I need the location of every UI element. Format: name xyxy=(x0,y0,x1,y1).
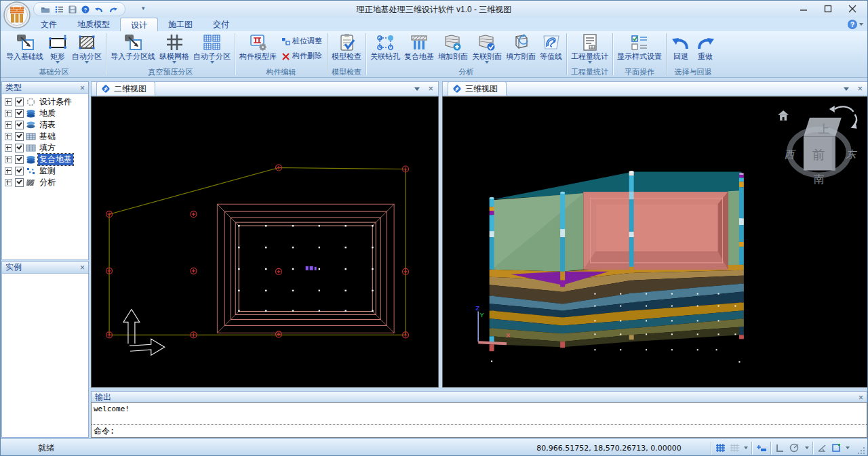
import-sub-partition-line-button[interactable]: 导入子分区线 xyxy=(108,32,157,60)
auto-sub-partition-button[interactable]: 自动子分区 xyxy=(191,32,233,64)
snap-grid-icon[interactable] xyxy=(715,443,726,453)
view-3d-close-icon[interactable] xyxy=(857,85,863,92)
expand-icon[interactable] xyxy=(5,98,12,106)
button-label: 复合地基 xyxy=(404,52,434,60)
view-3d-menu-icon[interactable] xyxy=(844,87,849,91)
fill-section-button[interactable]: 填方剖面 xyxy=(504,32,538,60)
help-qat-icon[interactable]: ? xyxy=(81,5,90,14)
component-delete-button[interactable]: 构件删除 xyxy=(281,51,322,61)
link-section-button[interactable]: 关联剖面 xyxy=(470,32,504,64)
expand-icon[interactable] xyxy=(5,167,12,175)
checkbox-checked[interactable] xyxy=(15,132,24,141)
tree-item-label: 分析 xyxy=(38,177,57,188)
component-library-button[interactable]: 构件模型库 xyxy=(237,32,279,60)
display-style-settings-button[interactable]: 显示样式设置 xyxy=(615,32,664,60)
object-snap-icon[interactable] xyxy=(756,443,767,453)
redo-button[interactable]: 重做 xyxy=(693,32,717,60)
help-dropdown-icon[interactable] xyxy=(859,23,863,26)
expand-icon[interactable] xyxy=(5,110,12,117)
open-folder-icon[interactable] xyxy=(41,5,50,14)
import-foundation-line-button[interactable]: 导入基础线 xyxy=(4,32,45,60)
ribbon-group-analysis: 关联钻孔 复合地基 xyxy=(367,31,566,77)
tree-item-monitoring[interactable]: 监测 xyxy=(5,165,88,177)
tab-file[interactable]: 文件 xyxy=(31,18,67,31)
model-check-icon xyxy=(336,33,357,52)
tab-geology-model[interactable]: 地质模型 xyxy=(67,18,120,31)
checkbox-checked[interactable] xyxy=(15,98,24,106)
tree-item-label: 基础 xyxy=(38,131,57,142)
qat-customize-icon[interactable]: ▾ xyxy=(142,5,145,12)
button-label: 关联剖面 xyxy=(472,52,502,60)
help-button[interactable] xyxy=(848,20,857,29)
expand-icon[interactable] xyxy=(5,121,12,129)
polar-options-arrow-icon[interactable] xyxy=(805,447,809,449)
tree-item-composite-foundation[interactable]: 复合地基 xyxy=(5,154,88,165)
checkbox-checked[interactable] xyxy=(15,144,24,152)
composite-foundation-button[interactable]: 复合地基 xyxy=(402,32,436,60)
type-panel-close-icon[interactable] xyxy=(80,84,85,92)
undo-button[interactable]: 回退 xyxy=(669,32,693,60)
minimize-button[interactable] xyxy=(791,1,816,16)
checkbox-checked[interactable] xyxy=(15,167,24,175)
view-2d-tab[interactable]: 二维视图 xyxy=(96,81,155,96)
options-list-icon[interactable] xyxy=(55,5,64,14)
button-label: 桩位调整 xyxy=(292,36,322,46)
resize-grip[interactable] xyxy=(856,446,866,455)
close-button[interactable] xyxy=(840,1,865,16)
tree-item-fill[interactable]: 填方 xyxy=(5,142,88,154)
canvas-2d[interactable] xyxy=(91,96,439,388)
view-3d-tabbar: 三维视图 xyxy=(442,81,868,96)
expand-icon[interactable] xyxy=(5,179,12,186)
expand-icon[interactable] xyxy=(5,133,12,140)
tree-item-geology[interactable]: 地质 xyxy=(5,108,88,119)
maximize-button[interactable] xyxy=(816,1,840,16)
selection-options-arrow-icon[interactable] xyxy=(846,447,850,449)
add-section-button[interactable]: 增加剖面 xyxy=(436,32,470,60)
redo-qat-icon[interactable] xyxy=(108,5,118,14)
display-grid-icon[interactable] xyxy=(730,443,740,453)
expand-icon[interactable] xyxy=(5,156,12,163)
angle-snap-icon[interactable] xyxy=(817,443,827,453)
tab-delivery[interactable]: 交付 xyxy=(203,18,239,31)
checkbox-checked[interactable] xyxy=(15,109,24,118)
output-panel-header: 输出 xyxy=(91,391,867,402)
polar-tracking-icon[interactable] xyxy=(789,443,801,453)
pile-adjust-icon xyxy=(281,37,290,45)
instance-panel-close-icon[interactable] xyxy=(80,264,85,272)
canvas-3d[interactable]: Z Y X 上 前 西 东 南 xyxy=(442,96,868,388)
contour-line-button[interactable]: 等值线 xyxy=(538,32,564,60)
checkbox-checked[interactable] xyxy=(15,121,24,129)
output-console[interactable]: welcome! 命令: xyxy=(91,402,867,438)
checkbox-checked[interactable] xyxy=(15,155,24,164)
checkbox-checked[interactable] xyxy=(15,178,24,187)
expand-icon[interactable] xyxy=(5,144,12,152)
grid-options-arrow-icon[interactable] xyxy=(744,447,748,449)
import-line-icon xyxy=(15,33,35,52)
grid-lines-button[interactable]: 纵横网格 xyxy=(157,32,191,64)
app-logo-icon[interactable] xyxy=(3,1,31,28)
output-close-icon[interactable] xyxy=(859,394,863,402)
ribbon-group-label: 模型检查 xyxy=(330,68,363,77)
model-check-button[interactable]: 模型检查 xyxy=(330,32,363,60)
view-2d-close-icon[interactable] xyxy=(428,85,433,92)
tree-item-analysis[interactable]: 分析 xyxy=(5,177,88,188)
quantity-statistics-button[interactable]: 工程量统计 xyxy=(569,32,610,64)
tab-construction-drawing[interactable]: 施工图 xyxy=(158,18,203,31)
tree-item-clearing[interactable]: 清表 xyxy=(5,119,88,131)
auto-partition-button[interactable]: 自动分区 xyxy=(70,32,104,64)
view-3d-tab[interactable]: 三维视图 xyxy=(448,81,507,96)
selection-window-icon[interactable] xyxy=(831,443,842,453)
pile-adjust-button[interactable]: 桩位调整 xyxy=(281,36,322,46)
tree-item-foundation[interactable]: 基础 xyxy=(5,131,88,142)
embankment-pad[interactable] xyxy=(583,192,728,269)
command-line[interactable]: 命令: xyxy=(92,424,867,437)
tab-design[interactable]: 设计 xyxy=(120,18,158,32)
undo-qat-icon[interactable] xyxy=(94,5,104,14)
view-2d-menu-icon[interactable] xyxy=(414,87,420,91)
linked-borehole-button[interactable]: 关联钻孔 xyxy=(368,32,402,60)
rectangle-button[interactable]: 矩形 xyxy=(45,32,70,64)
type-tree: 设计条件 地质 清表 xyxy=(2,94,88,188)
save-icon[interactable] xyxy=(68,5,77,14)
tree-item-design-conditions[interactable]: 设计条件 xyxy=(5,96,88,108)
ortho-mode-icon[interactable] xyxy=(775,443,785,453)
